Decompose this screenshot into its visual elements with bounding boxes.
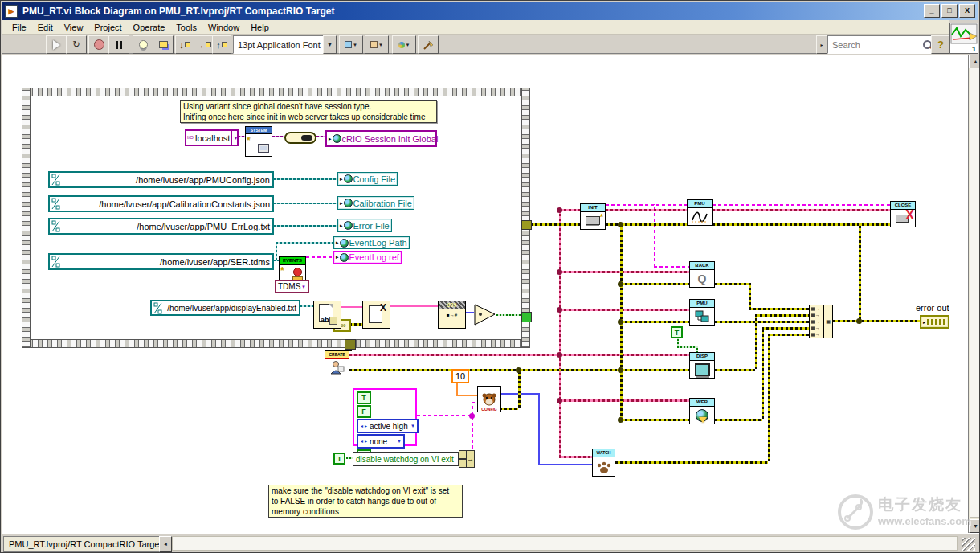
scroll-up-button[interactable]: ▲ bbox=[969, 55, 980, 68]
watchdog-label-box[interactable]: disable watchdog on VI exit bbox=[353, 452, 459, 466]
retain-wire-values-button[interactable] bbox=[153, 35, 174, 54]
path-constant-config[interactable]: /home/lvuser/app/PMUConfig.json bbox=[48, 171, 274, 188]
machine-name-constant[interactable]: I/O localhost ▼ bbox=[185, 129, 239, 146]
context-tab[interactable]: PMU_RT.lvproj/RT CompactRIO Target bbox=[3, 536, 168, 552]
sequence-frame-top[interactable] bbox=[22, 88, 530, 96]
menu-window[interactable]: Window bbox=[202, 22, 245, 33]
comment-session[interactable]: Using variant since global doesn't have … bbox=[180, 100, 437, 123]
bundle-node[interactable]: → bbox=[459, 450, 475, 468]
ring-active-high[interactable]: ◄►active high▼ bbox=[357, 419, 419, 433]
global-icon bbox=[344, 199, 353, 207]
help-button[interactable]: ? bbox=[931, 35, 950, 54]
align-objects-button[interactable]: ▼ bbox=[339, 35, 363, 54]
step-over-button[interactable]: → bbox=[194, 35, 213, 54]
menu-operate[interactable]: Operate bbox=[128, 22, 171, 33]
path-constant-display-enabled[interactable]: /home/lvuser/app/displayEnabled.txt bbox=[150, 300, 300, 316]
distribute-icon bbox=[370, 41, 378, 48]
cluster-bool-true[interactable]: T bbox=[357, 391, 371, 404]
run-button[interactable] bbox=[46, 35, 67, 54]
path-constant-calibration[interactable]: /home/lvuser/app/CalibrationConstants.js… bbox=[48, 195, 274, 212]
node-delete-file[interactable]: X bbox=[362, 301, 390, 329]
pause-button[interactable] bbox=[108, 35, 129, 54]
wire-rose bbox=[559, 309, 689, 311]
sequence-frame-right[interactable] bbox=[521, 88, 530, 348]
vertical-scrollbar[interactable]: ▲ ▼ bbox=[968, 55, 980, 533]
node-decimal-string-to-number[interactable]: 999 ■→# bbox=[438, 301, 466, 329]
menu-tools[interactable]: Tools bbox=[170, 22, 202, 33]
block-diagram-canvas[interactable]: Using variant since global doesn't have … bbox=[2, 55, 968, 533]
node-watchdog-configure[interactable]: CONFIG bbox=[477, 386, 501, 412]
node-open-system-session[interactable]: SYSTEM * bbox=[245, 126, 272, 157]
close-button[interactable]: X bbox=[959, 4, 975, 18]
align-icon bbox=[345, 41, 352, 48]
timeout-constant[interactable]: 10 bbox=[451, 369, 469, 383]
global-error-file[interactable]: ▸Error File bbox=[337, 219, 392, 232]
tdms-ring-constant[interactable]: TDMS ▼ bbox=[275, 280, 309, 293]
node-merge-errors[interactable]: ▦→ ▦→ ▦→ ▦→ ▦→ ▦ bbox=[809, 305, 833, 338]
tab-scroll-left-button[interactable]: ◄ bbox=[159, 536, 172, 552]
menu-project[interactable]: Project bbox=[88, 22, 127, 33]
error-tunnel-bottom bbox=[345, 339, 356, 350]
scrollbar-thumb[interactable] bbox=[970, 68, 980, 518]
watchdog-true-constant[interactable]: T bbox=[333, 453, 345, 465]
node-background-loop[interactable]: BACK Q bbox=[689, 261, 715, 288]
maximize-button[interactable]: □ bbox=[941, 4, 958, 18]
font-selector[interactable]: 13pt Application Font bbox=[233, 35, 329, 54]
ring-none[interactable]: ◄►none▼ bbox=[357, 434, 405, 449]
global-crio-session[interactable]: ▸ cRIO Session Init Global bbox=[325, 130, 437, 147]
run-continuous-button[interactable]: ↻ bbox=[66, 35, 87, 54]
wire-junction-dot bbox=[856, 318, 862, 324]
horizontal-scrollbar[interactable] bbox=[172, 536, 958, 551]
menu-help[interactable]: Help bbox=[245, 22, 275, 33]
wire-teal bbox=[300, 305, 313, 307]
error-out-indicator[interactable]: ▸ bbox=[920, 315, 949, 329]
menu-file[interactable]: File bbox=[6, 22, 32, 33]
abort-button[interactable] bbox=[88, 35, 109, 54]
sequence-frame-left[interactable] bbox=[22, 88, 31, 348]
search-dropdown-button[interactable]: ▸ bbox=[816, 35, 827, 54]
machine-name-dropdown-icon[interactable]: ▼ bbox=[231, 131, 239, 145]
display-true-constant[interactable]: T bbox=[671, 326, 683, 338]
node-pmu-comms[interactable]: PMU bbox=[689, 299, 715, 326]
menu-edit[interactable]: Edit bbox=[32, 22, 59, 33]
comment-watchdog[interactable]: make sure the "disable watchdog on VI ex… bbox=[268, 485, 463, 518]
global-icon bbox=[340, 239, 349, 248]
vi-icon-number: 1 bbox=[972, 45, 976, 53]
reorder-button[interactable]: ▼ bbox=[392, 35, 416, 54]
node-init[interactable]: INIT * bbox=[580, 203, 606, 230]
font-selector-dropdown[interactable]: ▼ bbox=[323, 35, 337, 54]
global-calibration-file[interactable]: ▸Calibration File bbox=[337, 196, 414, 210]
node-create-queues[interactable]: CREATE bbox=[325, 350, 349, 375]
node-greater-than-zero[interactable] bbox=[474, 304, 496, 326]
node-pmu-loop[interactable]: PMU bbox=[687, 199, 713, 226]
to-variant-node[interactable] bbox=[284, 132, 316, 144]
wire-olive bbox=[755, 314, 757, 369]
search-input[interactable]: Search bbox=[827, 35, 934, 54]
node-read-text-file[interactable]: ab bbox=[313, 301, 341, 329]
scroll-down-button[interactable]: ▼ bbox=[969, 519, 980, 533]
vi-icon[interactable]: 1 bbox=[949, 23, 978, 54]
watchdog-settings-cluster[interactable]: T F ◄►active high▼ ◄►none▼ F bbox=[353, 388, 417, 446]
global-eventlog-path[interactable]: ▸EventLog Path bbox=[333, 236, 410, 249]
cleanup-diagram-button[interactable] bbox=[418, 35, 439, 54]
resize-grip[interactable] bbox=[962, 538, 975, 551]
path-constant-ser[interactable]: /home/lvuser/app/SER.tdms bbox=[48, 253, 274, 270]
distribute-objects-button[interactable]: ▼ bbox=[365, 35, 389, 54]
global-config-file[interactable]: ▸Config File bbox=[337, 172, 398, 186]
highlight-execution-button[interactable] bbox=[133, 35, 153, 54]
wire-junction-dot bbox=[557, 398, 562, 403]
sequence-frame-bottom[interactable] bbox=[22, 339, 530, 348]
wire-green bbox=[677, 346, 696, 348]
global-eventlog-ref[interactable]: ▸EventLog ref bbox=[333, 251, 402, 264]
step-out-button[interactable]: ↑ bbox=[212, 35, 231, 54]
step-into-button[interactable]: ↓ bbox=[175, 35, 194, 54]
node-close[interactable]: CLOSE X bbox=[890, 201, 916, 227]
path-constant-errlog[interactable]: /home/lvuser/app/PMU_ErrLog.txt bbox=[48, 218, 274, 235]
cluster-bool-false1[interactable]: F bbox=[357, 405, 371, 418]
node-watchdog-whack[interactable]: WATCH bbox=[592, 449, 615, 477]
minimize-button[interactable]: _ bbox=[924, 4, 940, 18]
node-web-server[interactable]: WEB bbox=[689, 398, 715, 424]
node-display-loop[interactable]: DISP bbox=[689, 352, 715, 379]
menu-view[interactable]: View bbox=[59, 22, 89, 33]
title-bar[interactable]: ▶ PMU_RT.vi Block Diagram on PMU_RT.lvpr… bbox=[2, 2, 978, 20]
